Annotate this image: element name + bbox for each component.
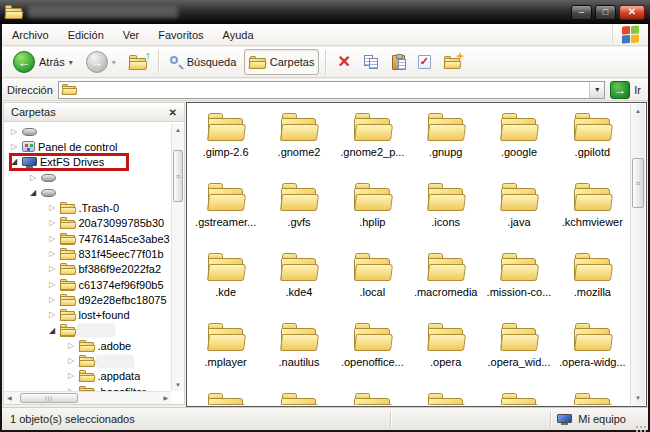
menu-edición[interactable]: Edición xyxy=(68,29,104,41)
tree-expander-icon[interactable]: ▷ xyxy=(47,265,57,273)
tree-expander-icon[interactable]: ▷ xyxy=(47,311,57,319)
tree-expander-icon[interactable]: ▷ xyxy=(47,219,57,227)
content-vscroll-thumb[interactable]: ≡ xyxy=(632,158,644,208)
address-dropdown-icon[interactable]: ▾ xyxy=(589,82,604,98)
menu-favoritos[interactable]: Favoritos xyxy=(158,29,203,41)
tree-item[interactable]: ◢ xyxy=(4,185,171,200)
file-item[interactable] xyxy=(262,385,335,405)
tree-expander-icon[interactable]: ▷ xyxy=(47,296,57,304)
tree-expander-icon[interactable]: ▷ xyxy=(47,235,57,243)
go-button[interactable]: → Ir xyxy=(610,81,643,99)
tree-item[interactable]: ▷ xyxy=(4,353,171,368)
validate-button[interactable]: ✓ xyxy=(413,49,436,75)
tree-item[interactable]: ▷ xyxy=(4,124,171,139)
file-item--kde4[interactable]: .kde4 xyxy=(262,245,335,315)
tree-expander-icon[interactable]: ▷ xyxy=(47,250,57,258)
scroll-down-icon[interactable]: ▼ xyxy=(635,395,641,401)
tree-item-831f45eec77f01b[interactable]: ▷831f45eec77f01b xyxy=(4,246,171,261)
scroll-left-icon[interactable]: ◀ xyxy=(7,395,12,401)
tree-item--trash-0[interactable]: ▷.Trash-0 xyxy=(4,200,171,215)
tree-vertical-scrollbar[interactable]: ▲ ≡ ▼ xyxy=(171,124,184,391)
file-item--mplayer[interactable]: .mplayer xyxy=(189,315,262,385)
tree-item-d92e28efbc18075[interactable]: ▷d92e28efbc18075 xyxy=(4,292,171,307)
file-item--java[interactable]: .java xyxy=(482,175,555,245)
new-folder-button[interactable] xyxy=(439,49,466,75)
file-item--local[interactable]: .local xyxy=(336,245,409,315)
delete-button[interactable]: ✕ xyxy=(332,49,355,75)
address-input[interactable]: ▾ xyxy=(58,81,605,99)
file-item--gvfs[interactable]: .gvfs xyxy=(262,175,335,245)
tree-expander-icon[interactable]: ▷ xyxy=(66,372,76,380)
forward-button[interactable]: → ▾ xyxy=(81,49,121,75)
scroll-down-icon[interactable]: ▼ xyxy=(175,382,181,388)
panel-close-icon[interactable]: ✕ xyxy=(169,107,177,118)
file-item--gimp-2-6[interactable]: .gimp-2.6 xyxy=(189,105,262,175)
file-item[interactable] xyxy=(556,385,629,405)
file-item--macromedia[interactable]: .macromedia xyxy=(409,245,482,315)
file-item[interactable] xyxy=(409,385,482,405)
tree-expander-icon[interactable]: ▷ xyxy=(9,143,19,151)
tree-horizontal-scrollbar[interactable]: ◀ ||| ▶ xyxy=(4,391,171,404)
file-item[interactable] xyxy=(336,385,409,405)
tree-item-747614a5ce3abe3[interactable]: ▷747614a5ce3abe3 xyxy=(4,231,171,246)
tree-item-bf386f9e2022fa2[interactable]: ▷bf386f9e2022fa2 xyxy=(4,262,171,277)
forward-dropdown-icon[interactable]: ▾ xyxy=(112,58,116,67)
file-item--hplip[interactable]: .hplip xyxy=(336,175,409,245)
content-vertical-scrollbar[interactable]: ▲ ≡ ▼ xyxy=(630,104,645,405)
file-item[interactable] xyxy=(482,385,555,405)
file-item--mozilla[interactable]: .mozilla xyxy=(556,245,629,315)
file-item--gnupg[interactable]: .gnupg xyxy=(409,105,482,175)
menu-ayuda[interactable]: Ayuda xyxy=(223,29,254,41)
tree-expander-icon[interactable]: ▷ xyxy=(66,357,76,365)
tree-item--adobe[interactable]: ▷.adobe xyxy=(4,338,171,353)
back-button[interactable]: ← Atrás ▾ xyxy=(8,49,78,75)
tree-expander-icon[interactable]: ▷ xyxy=(66,342,76,350)
minimize-button[interactable]: – xyxy=(571,5,592,20)
tree-expander-icon[interactable]: ◢ xyxy=(47,327,57,335)
file-item[interactable] xyxy=(189,385,262,405)
paste-button[interactable] xyxy=(387,49,410,75)
file-item--gpilotd[interactable]: .gpilotd xyxy=(556,105,629,175)
tree-item[interactable]: ▷ xyxy=(4,170,171,185)
file-item--icons[interactable]: .icons xyxy=(409,175,482,245)
file-item--gnome2[interactable]: .gnome2 xyxy=(262,105,335,175)
file-item--opera-wid-[interactable]: .opera_wid... xyxy=(482,315,555,385)
tree-hscroll-thumb[interactable]: ||| xyxy=(20,393,78,403)
search-button[interactable]: Búsqueda xyxy=(165,49,242,75)
tree-item-c61374ef96f90b5[interactable]: ▷c61374ef96f90b5 xyxy=(4,277,171,292)
menu-ver[interactable]: Ver xyxy=(123,29,140,41)
tree-item[interactable]: ◢ xyxy=(4,323,171,338)
menu-archivo[interactable]: Archivo xyxy=(12,29,49,41)
tree-expander-icon[interactable]: ▷ xyxy=(47,281,57,289)
file-item--openoffice-[interactable]: .openoffice... xyxy=(336,315,409,385)
file-item--google[interactable]: .google xyxy=(482,105,555,175)
tree-expander-icon[interactable]: ▷ xyxy=(9,128,19,136)
tree-item-20a73099785b30[interactable]: ▷20a73099785b30 xyxy=(4,216,171,231)
title-bar[interactable]: – □ ✕ xyxy=(0,0,650,24)
tree-item-lost-found[interactable]: ▷lost+found xyxy=(4,308,171,323)
tree-item--appdata[interactable]: ▷.appdata xyxy=(4,369,171,384)
tree-vscroll-thumb[interactable]: ≡ xyxy=(173,150,183,202)
tree-item-extfs-drives[interactable]: ◢ExtFS Drives xyxy=(4,155,171,170)
tree-expander-icon[interactable]: ▷ xyxy=(47,204,57,212)
back-dropdown-icon[interactable]: ▾ xyxy=(69,58,73,67)
maximize-button[interactable]: □ xyxy=(595,5,616,20)
scroll-right-icon[interactable]: ▶ xyxy=(163,395,168,401)
scroll-up-icon[interactable]: ▲ xyxy=(635,108,641,114)
file-item--mission-co-[interactable]: .mission-co... xyxy=(482,245,555,315)
file-item--kde[interactable]: .kde xyxy=(189,245,262,315)
file-item--kchmviewer[interactable]: .kchmviewer xyxy=(556,175,629,245)
tree-expander-icon[interactable]: ◢ xyxy=(28,189,38,197)
up-button[interactable]: ↑ xyxy=(124,49,152,75)
tree-item--bogofilter[interactable]: ▷.bogofilter xyxy=(4,384,171,391)
folders-button[interactable]: Carpetas xyxy=(244,49,319,75)
close-button[interactable]: ✕ xyxy=(619,5,645,20)
file-item--opera-widg-[interactable]: .opera-widg... xyxy=(556,315,629,385)
scroll-up-icon[interactable]: ▲ xyxy=(175,127,181,133)
file-item--gstreamer-[interactable]: .gstreamer... xyxy=(189,175,262,245)
file-item--opera[interactable]: .opera xyxy=(409,315,482,385)
file-item--nautilus[interactable]: .nautilus xyxy=(262,315,335,385)
tree-expander-icon[interactable]: ▷ xyxy=(28,174,38,182)
resize-grip[interactable] xyxy=(636,418,646,428)
copy-button[interactable] xyxy=(359,49,384,75)
